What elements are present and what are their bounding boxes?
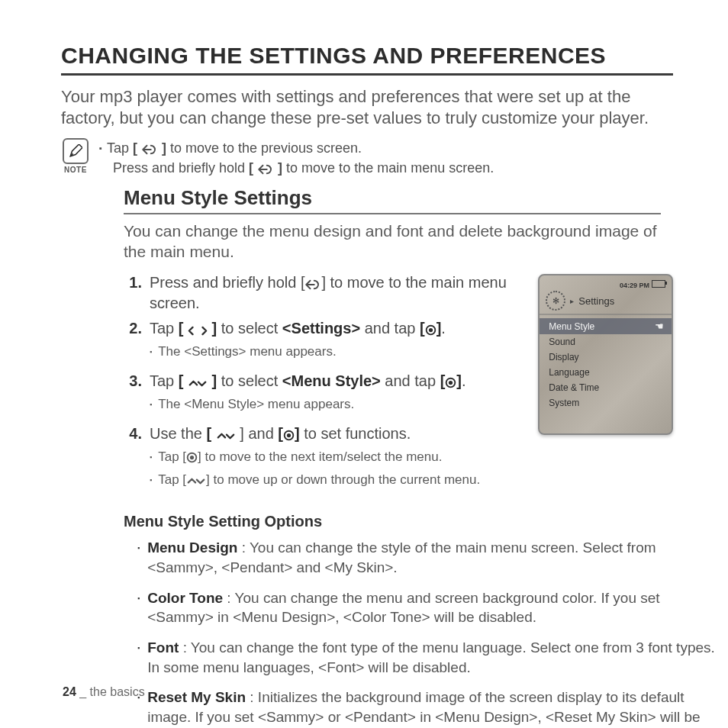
select-icon <box>445 377 456 388</box>
step3-target: <Menu Style> <box>282 372 381 389</box>
step2-a: Tap <box>150 320 179 337</box>
step2-end: . <box>441 320 446 337</box>
device-item-sound: Sound <box>540 334 672 350</box>
footer-section: the basics <box>90 685 145 698</box>
step3-m2: and tap <box>381 372 440 389</box>
step-num: 4. <box>124 424 142 444</box>
select-icon <box>425 324 436 336</box>
opt-font: Font <box>147 639 179 656</box>
step4-b: to set functions. <box>300 425 411 442</box>
step2-sub: The <Settings> menu appears. <box>158 343 336 360</box>
step-num: 2. <box>124 318 142 339</box>
step3-m1: to select <box>217 372 282 389</box>
opt-font-desc: : You can change the font type of the me… <box>147 639 715 675</box>
device-time: 04:29 PM <box>620 282 649 289</box>
note-icon <box>63 138 89 164</box>
device-item-menu-style: Menu Style☚ <box>540 318 672 334</box>
options-list: ▪Menu Design : You can change the style … <box>137 538 717 728</box>
left-right-icon <box>188 326 208 336</box>
step1-a: Press and briefly hold [ <box>150 274 304 291</box>
section-heading: Menu Style Settings <box>124 186 661 214</box>
note-label: NOTE <box>64 166 87 174</box>
step4-mid: and <box>244 425 278 442</box>
steps-list: 1. Press and briefly hold [] to move to … <box>124 272 523 499</box>
device-item-language: Language <box>540 365 672 380</box>
note-line1b: to move to the previous screen. <box>166 140 362 156</box>
hand-icon: ☚ <box>655 321 664 332</box>
up-down-icon <box>186 476 206 486</box>
page-footer: 24 _ the basics <box>63 685 145 699</box>
back-icon <box>141 144 158 155</box>
step-num: 1. <box>124 272 142 314</box>
note-block: NOTE ▪Tap [ ] to move to the previous sc… <box>61 138 673 178</box>
select-icon <box>186 452 198 463</box>
step2-m1: to select <box>217 320 282 337</box>
step4-s1b: ] to move to the next item/select the me… <box>198 449 442 464</box>
gear-icon: ✻ <box>546 291 565 311</box>
step3-end: . <box>462 372 466 389</box>
opt-reset-my-skin: Reset My Skin <box>147 689 246 705</box>
up-down-icon <box>216 431 236 441</box>
note-line2b: to move to the main menu screen. <box>282 160 494 176</box>
step3-a: Tap <box>150 372 179 389</box>
device-item-date-time: Date & Time <box>540 380 672 395</box>
up-down-icon <box>188 378 208 388</box>
device-item-system: System <box>540 395 672 411</box>
step4-s2b: ] to move up or down through the current… <box>206 472 480 487</box>
back-icon <box>257 164 274 175</box>
select-icon <box>283 430 295 441</box>
step4-s1a: Tap [ <box>158 449 186 464</box>
step4-s2a: Tap [ <box>158 472 186 487</box>
opt-color-tone: Color Tone <box>147 590 223 606</box>
note-line2a: Press and briefly hold <box>113 160 249 176</box>
footer-sep: _ <box>76 685 90 698</box>
step4-a: Use the <box>150 425 206 442</box>
intro-text: Your mp3 player comes with settings and … <box>61 86 673 129</box>
note-line1a: Tap <box>107 140 133 156</box>
device-menu: Menu Style☚ Sound Display Language Date … <box>540 315 672 433</box>
opt-menu-design: Menu Design <box>147 540 237 556</box>
step3-sub: The <Menu Style> menu appears. <box>158 396 354 413</box>
device-item-display: Display <box>540 350 672 365</box>
step-num: 3. <box>124 371 142 391</box>
page-title: CHANGING THE SETTINGS AND PREFERENCES <box>61 43 673 76</box>
battery-icon <box>652 280 665 288</box>
back-icon <box>304 279 321 290</box>
device-screenshot: 04:29 PM ✻ ▸ Settings Menu Style☚ Sound … <box>538 274 673 435</box>
page-number: 24 <box>63 685 76 698</box>
device-title: Settings <box>578 295 614 307</box>
opt-color-tone-desc: : You can change the menu and screen bac… <box>147 590 659 626</box>
section-intro: You can change the menu design and font … <box>124 221 673 263</box>
step2-m2: and tap <box>360 320 420 337</box>
step2-target: <Settings> <box>282 320 360 337</box>
options-heading: Menu Style Setting Options <box>124 513 673 530</box>
